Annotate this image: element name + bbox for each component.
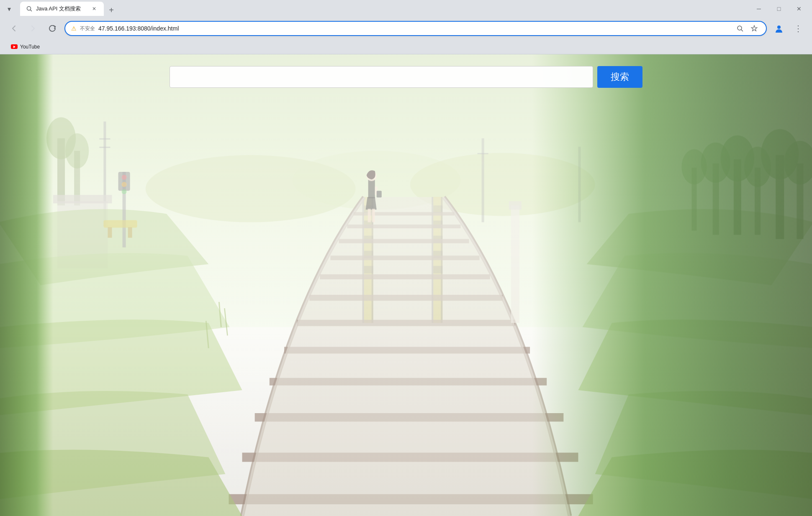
youtube-favicon: [11, 43, 18, 50]
svg-line-3: [741, 30, 743, 31]
back-button[interactable]: [7, 21, 21, 36]
svg-point-4: [777, 26, 781, 29]
new-tab-button[interactable]: +: [105, 4, 117, 16]
page-content: 搜索: [0, 54, 812, 516]
refresh-icon: [48, 24, 57, 33]
bookmark-star-button[interactable]: [748, 23, 760, 34]
youtube-icon: [11, 44, 18, 49]
svg-line-1: [31, 10, 32, 11]
url-display[interactable]: 47.95.166.193:8080/index.html: [98, 25, 731, 32]
tab-close-button[interactable]: ✕: [90, 5, 98, 13]
minimize-button[interactable]: ─: [749, 2, 768, 15]
bookmark-youtube-label: YouTube: [20, 44, 40, 50]
address-bar-input-wrapper[interactable]: ⚠ 不安全 47.95.166.193:8080/index.html: [64, 21, 767, 36]
security-warning-icon: ⚠: [71, 25, 77, 32]
tab-title: Java API 文档搜索: [36, 5, 87, 13]
search-tab-icon: [26, 5, 33, 12]
profile-button[interactable]: [772, 21, 786, 36]
refresh-button[interactable]: [45, 21, 59, 36]
bookmark-youtube[interactable]: YouTube: [7, 42, 44, 52]
search-overlay: 搜索: [0, 54, 812, 516]
address-right-icons: [734, 23, 760, 34]
search-icon: [736, 25, 744, 32]
history-dropdown-button[interactable]: ▾: [3, 3, 15, 15]
profile-icon: [774, 24, 784, 33]
close-button[interactable]: ✕: [789, 2, 809, 15]
forward-button[interactable]: [26, 21, 40, 36]
back-icon: [10, 24, 18, 33]
chrome-menu-button[interactable]: ⋮: [791, 21, 805, 36]
search-container: 搜索: [170, 66, 642, 88]
window-controls: ─ □ ✕: [749, 2, 809, 15]
forward-icon: [29, 24, 37, 33]
search-input[interactable]: [170, 66, 593, 88]
star-icon: [750, 25, 758, 32]
browser-frame: ▾ Java API 文档搜索 ✕ + ─ □ ✕: [0, 0, 812, 516]
tab-bar: Java API 文档搜索 ✕ +: [18, 2, 746, 16]
address-bar: ⚠ 不安全 47.95.166.193:8080/index.html: [0, 18, 812, 39]
active-tab[interactable]: Java API 文档搜索 ✕: [20, 2, 104, 16]
search-address-icon[interactable]: [734, 23, 746, 34]
bookmarks-bar: YouTube: [0, 39, 812, 54]
tab-favicon: [26, 5, 33, 12]
security-label: 不安全: [80, 25, 95, 32]
title-bar-left: ▾: [3, 3, 15, 15]
title-bar: ▾ Java API 文档搜索 ✕ + ─ □ ✕: [0, 0, 812, 18]
search-button[interactable]: 搜索: [597, 66, 642, 88]
maximize-button[interactable]: □: [769, 2, 789, 15]
